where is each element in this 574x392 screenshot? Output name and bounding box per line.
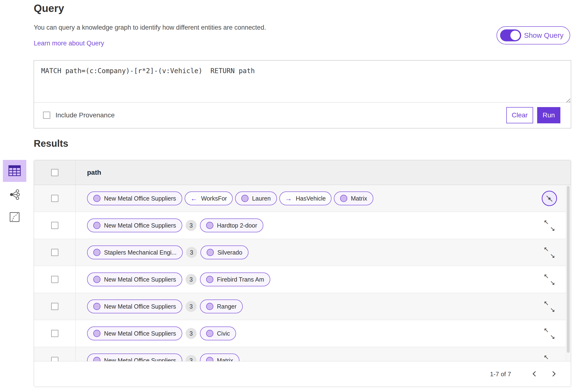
graph-view-button[interactable] <box>9 189 20 201</box>
table-body: New Metal Office Suppliers←WorksForLaure… <box>34 185 571 361</box>
row-checkbox[interactable] <box>51 249 58 256</box>
map-icon <box>9 212 20 223</box>
node-label: Ranger <box>217 303 237 310</box>
toggle-switch-icon[interactable] <box>500 29 521 41</box>
clear-button[interactable]: Clear <box>506 107 533 123</box>
expand-row-button[interactable]: ↖↘ <box>542 218 557 233</box>
previous-page-button[interactable] <box>530 369 539 379</box>
expand-row-button[interactable]: ↖↘ <box>542 299 557 314</box>
row-select-cell <box>34 239 76 266</box>
vertical-scrollbar <box>566 185 571 361</box>
node-icon <box>93 276 101 283</box>
relationship-label: HasVehicle <box>296 195 326 202</box>
expand-arrow-icon: ↖ <box>544 219 549 225</box>
learn-more-link[interactable]: Learn more about Query <box>34 40 104 47</box>
node-pill[interactable]: New Metal Office Suppliers <box>87 192 182 205</box>
chevron-left-icon <box>532 370 537 378</box>
chevron-right-icon <box>551 370 556 378</box>
node-pill[interactable]: Matrix <box>200 353 239 361</box>
select-all-checkbox[interactable] <box>51 169 58 176</box>
node-label: Matrix <box>351 195 367 202</box>
pagination-range-label: 1-7 of 7 <box>490 371 511 378</box>
expand-row-button[interactable]: ↖↘ <box>542 353 557 361</box>
table-icon <box>8 165 21 177</box>
node-label: Firebird Trans Am <box>217 276 264 283</box>
relationship-count-badge[interactable]: 3 <box>185 355 197 361</box>
relationship-pill[interactable]: →HasVehicle <box>279 192 331 205</box>
row-select-cell <box>34 185 76 212</box>
expand-row-button[interactable]: ↖↘ <box>542 245 557 260</box>
row-select-cell <box>34 293 76 320</box>
next-page-button[interactable] <box>549 369 558 379</box>
node-pill[interactable]: New Metal Office Suppliers <box>87 218 182 232</box>
node-label: New Metal Office Suppliers <box>104 303 176 310</box>
relationship-pill[interactable]: ←WorksFor <box>185 192 233 205</box>
row-checkbox[interactable] <box>51 357 58 361</box>
path-cell: New Metal Office Suppliers3Firebird Tran… <box>76 266 571 293</box>
expand-arrow-icon: ↘ <box>550 280 555 286</box>
node-pill[interactable]: New Metal Office Suppliers <box>87 353 182 361</box>
node-pill[interactable]: New Metal Office Suppliers <box>87 327 182 340</box>
node-pill[interactable]: Hardtop 2-door <box>200 218 263 232</box>
relationship-count-badge[interactable]: 3 <box>186 247 197 258</box>
node-pill[interactable]: Firebird Trans Am <box>200 273 270 286</box>
node-icon <box>206 222 213 229</box>
path-cell: Staplers Mechanical Engi...3Silverado <box>76 239 571 266</box>
expand-arrow-icon: ↖ <box>544 273 549 279</box>
row-checkbox[interactable] <box>51 303 58 310</box>
page-description: You can query a knowledge graph to ident… <box>34 24 266 31</box>
map-view-button[interactable] <box>9 212 20 223</box>
table-view-button[interactable] <box>3 160 26 182</box>
row-select-cell <box>34 347 76 361</box>
relationship-count-badge[interactable]: 3 <box>185 220 197 231</box>
run-button[interactable]: Run <box>537 107 560 123</box>
node-pill[interactable]: Ranger <box>200 299 243 313</box>
node-pill[interactable]: Matrix <box>334 192 373 205</box>
include-provenance-checkbox[interactable] <box>43 112 50 119</box>
node-label: New Metal Office Suppliers <box>104 276 176 283</box>
expand-row-button[interactable]: ↘↖ <box>542 191 557 206</box>
toggle-knob <box>510 31 520 40</box>
query-textarea[interactable]: MATCH path=(c:Company)-[r*2]-(v:Vehicle)… <box>34 60 571 102</box>
scrollbar-thumb[interactable] <box>567 186 570 353</box>
expand-arrow-icon: ↖ <box>544 246 549 252</box>
path-column-header: path <box>87 169 101 176</box>
query-editor-panel: MATCH path=(c:Company)-[r*2]-(v:Vehicle)… <box>34 60 571 128</box>
node-label: Matrix <box>217 357 233 361</box>
node-label: New Metal Office Suppliers <box>104 195 176 202</box>
node-pill[interactable]: Civic <box>200 327 236 340</box>
path-cell: New Metal Office Suppliers3Civic <box>76 320 571 347</box>
relationship-count-badge[interactable]: 3 <box>185 301 197 312</box>
row-checkbox[interactable] <box>51 330 58 337</box>
table-row: New Metal Office Suppliers3Ranger↖↘ <box>34 293 571 320</box>
node-pill[interactable]: New Metal Office Suppliers <box>87 299 182 313</box>
table-row: New Metal Office Suppliers3Firebird Tran… <box>34 266 571 293</box>
node-label: Hardtop 2-door <box>217 222 257 229</box>
row-checkbox[interactable] <box>51 195 58 202</box>
relationship-count-badge[interactable]: 3 <box>185 274 197 285</box>
path-cell: New Metal Office Suppliers3Ranger <box>76 293 571 320</box>
node-label: Silverado <box>217 249 242 256</box>
table-row: New Metal Office Suppliers3Hardtop 2-doo… <box>34 212 571 239</box>
node-pill[interactable]: Silverado <box>200 245 248 259</box>
relationship-count-badge[interactable]: 3 <box>185 328 197 339</box>
expand-row-button[interactable]: ↖↘ <box>542 326 557 341</box>
query-editor-footer: Include Provenance Clear Run <box>34 102 571 128</box>
node-icon <box>207 249 214 256</box>
node-icon <box>93 249 101 256</box>
show-query-toggle[interactable]: Show Query <box>496 26 570 44</box>
expand-arrow-icon: ↖ <box>548 196 553 203</box>
node-pill[interactable]: Staplers Mechanical Engi... <box>87 245 183 259</box>
node-label: Staplers Mechanical Engi... <box>104 249 177 256</box>
show-query-label: Show Query <box>524 31 563 39</box>
path-header-cell: path <box>76 160 571 185</box>
arrow-right-icon: → <box>285 195 292 202</box>
expand-row-button[interactable]: ↖↘ <box>542 272 557 287</box>
node-label: Lauren <box>252 195 271 202</box>
node-icon <box>206 330 213 337</box>
row-checkbox[interactable] <box>51 276 58 283</box>
row-select-cell <box>34 212 76 239</box>
row-checkbox[interactable] <box>51 222 58 229</box>
node-pill[interactable]: Lauren <box>235 192 277 205</box>
node-pill[interactable]: New Metal Office Suppliers <box>87 273 182 286</box>
